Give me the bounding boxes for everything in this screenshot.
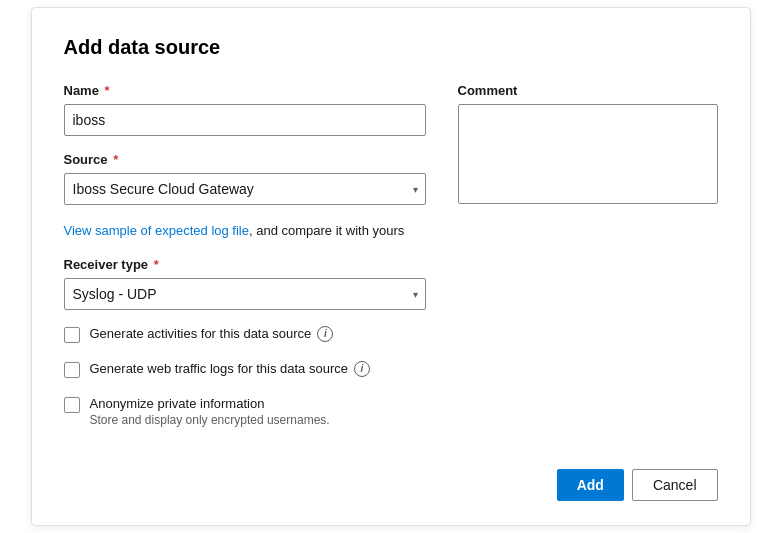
comment-group: Comment [458, 83, 718, 207]
checkbox-activities[interactable] [64, 327, 80, 343]
checkbox-anonymize-content: Anonymize private information Store and … [90, 396, 330, 427]
checkbox-web-traffic[interactable] [64, 362, 80, 378]
checkbox-anonymize-group: Anonymize private information Store and … [64, 396, 426, 427]
checkbox-web-traffic-content: Generate web traffic logs for this data … [90, 361, 370, 377]
checkbox-web-traffic-group: Generate web traffic logs for this data … [64, 361, 426, 378]
dialog-title: Add data source [64, 36, 718, 59]
receiver-type-select-wrapper: Syslog - UDP ▾ [64, 278, 426, 310]
form-right: Comment [458, 83, 718, 445]
name-label: Name * [64, 83, 426, 98]
checkbox-anonymize-label[interactable]: Anonymize private information [90, 396, 330, 411]
receiver-required-star: * [150, 257, 159, 272]
form-left: Name * Source * Iboss Secure Cloud Gatew… [64, 83, 426, 445]
checkbox-anonymize-sublabel: Store and display only encrypted usernam… [90, 413, 330, 427]
source-label: Source * [64, 152, 426, 167]
name-group: Name * [64, 83, 426, 136]
receiver-type-label: Receiver type * [64, 257, 426, 272]
source-required-star: * [110, 152, 119, 167]
sample-text: View sample of expected log file, and co… [64, 221, 426, 241]
comment-label: Comment [458, 83, 718, 98]
source-select[interactable]: Iboss Secure Cloud Gateway [64, 173, 426, 205]
receiver-type-group: Receiver type * Syslog - UDP ▾ [64, 257, 426, 310]
activities-info-icon[interactable]: i [317, 326, 333, 342]
sample-link[interactable]: View sample of expected log file [64, 223, 249, 238]
checkbox-activities-label[interactable]: Generate activities for this data source… [90, 326, 334, 342]
form-layout: Name * Source * Iboss Secure Cloud Gatew… [64, 83, 718, 445]
add-data-source-dialog: Add data source Name * Source * Iboss Se… [31, 7, 751, 526]
name-input[interactable] [64, 104, 426, 136]
receiver-type-select[interactable]: Syslog - UDP [64, 278, 426, 310]
checkbox-web-traffic-label[interactable]: Generate web traffic logs for this data … [90, 361, 370, 377]
checkbox-activities-group: Generate activities for this data source… [64, 326, 426, 343]
source-select-wrapper: Iboss Secure Cloud Gateway ▾ [64, 173, 426, 205]
name-required-star: * [101, 83, 110, 98]
sample-suffix: , and compare it with yours [249, 223, 404, 238]
add-button[interactable]: Add [557, 469, 624, 501]
cancel-button[interactable]: Cancel [632, 469, 718, 501]
source-group: Source * Iboss Secure Cloud Gateway ▾ [64, 152, 426, 205]
dialog-footer: Add Cancel [64, 453, 718, 501]
web-traffic-info-icon[interactable]: i [354, 361, 370, 377]
checkbox-activities-content: Generate activities for this data source… [90, 326, 334, 342]
checkbox-anonymize[interactable] [64, 397, 80, 413]
comment-textarea[interactable] [458, 104, 718, 204]
